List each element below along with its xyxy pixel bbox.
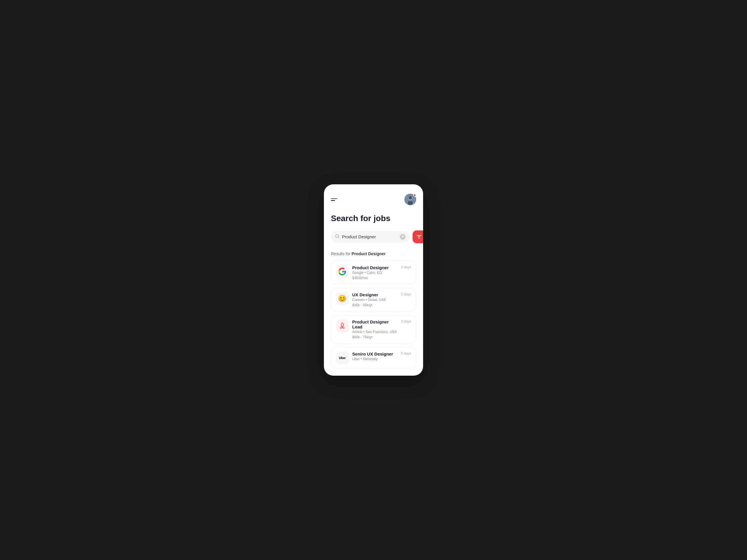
svg-point-4 [407, 201, 413, 205]
job-card-3[interactable]: Product Designer Lead 3 days Airbnb • Sa… [331, 315, 416, 344]
company-logo-careem: 😊 [336, 292, 349, 305]
uber-icon: Uber [339, 356, 345, 359]
airbnb-icon [338, 322, 346, 329]
job-info-4: Seniro UX Designer 5 days Uber • Remotel… [352, 351, 411, 361]
job-title-3: Product Designer Lead [352, 319, 398, 329]
careem-icon: 😊 [338, 295, 347, 303]
menu-line-1 [331, 198, 337, 199]
job-days-3: 3 days [401, 319, 411, 323]
results-prefix: Results for [331, 251, 352, 256]
job-card-1[interactable]: Product Designer 2 days Google • Cairo, … [331, 261, 416, 284]
search-icon [335, 234, 340, 240]
job-info-2: UX Designer 3 days Careem • Dubai, UAE $… [352, 292, 411, 307]
job-card-2[interactable]: 😊 UX Designer 3 days Careem • Dubai, UAE… [331, 288, 416, 312]
job-title-row-2: UX Designer 3 days [352, 292, 411, 297]
results-label: Results for Product Designer [331, 251, 416, 256]
job-title-row-1: Product Designer 2 days [352, 265, 411, 270]
job-days-2: 3 days [401, 292, 411, 296]
job-salary-3: $60k - 75k/yr [352, 335, 411, 339]
results-query: Product Designer [352, 251, 386, 256]
job-title-row-4: Seniro UX Designer 5 days [352, 351, 411, 356]
job-card-4[interactable]: Uber Seniro UX Designer 5 days Uber • Re… [331, 347, 416, 369]
job-days-4: 5 days [401, 351, 411, 355]
job-title-4: Seniro UX Designer [352, 351, 393, 356]
job-company-4: Uber • Remotely [352, 357, 411, 361]
svg-point-3 [409, 196, 412, 199]
clear-button[interactable]: ✕ [400, 234, 406, 240]
avatar-button[interactable] [405, 194, 416, 205]
page-title: Search for jobs [331, 213, 416, 223]
job-info-3: Product Designer Lead 3 days Airbnb • Sa… [352, 319, 411, 339]
svg-line-6 [338, 237, 339, 238]
company-logo-google [336, 265, 349, 278]
job-info-1: Product Designer 2 days Google • Cairo, … [352, 265, 411, 280]
header [331, 194, 416, 205]
job-salary-1: $4500/mo [352, 276, 411, 280]
company-logo-uber: Uber [336, 351, 349, 364]
search-input[interactable] [342, 234, 397, 239]
menu-line-2 [331, 200, 335, 201]
search-row: ✕ [331, 231, 416, 243]
company-logo-airbnb [336, 319, 349, 332]
filter-button[interactable] [413, 231, 423, 243]
job-company-1: Google • Cairo, EG [352, 271, 411, 275]
filter-icon [416, 234, 422, 240]
search-wrapper[interactable]: ✕ [331, 231, 410, 243]
job-list: Product Designer 2 days Google • Cairo, … [331, 261, 416, 369]
job-days-1: 2 days [401, 265, 411, 269]
job-company-2: Careem • Dubai, UAE [352, 298, 411, 302]
notification-dot [413, 194, 416, 196]
job-title-row-3: Product Designer Lead 3 days [352, 319, 411, 329]
job-title-2: UX Designer [352, 292, 378, 297]
job-company-3: Airbnb • San Francisco, USA [352, 330, 411, 334]
app-card: Search for jobs ✕ Results for Product De… [324, 184, 423, 376]
menu-button[interactable] [331, 198, 337, 201]
job-salary-2: $45k - 55k/yr [352, 303, 411, 307]
job-title-1: Product Designer [352, 265, 389, 270]
